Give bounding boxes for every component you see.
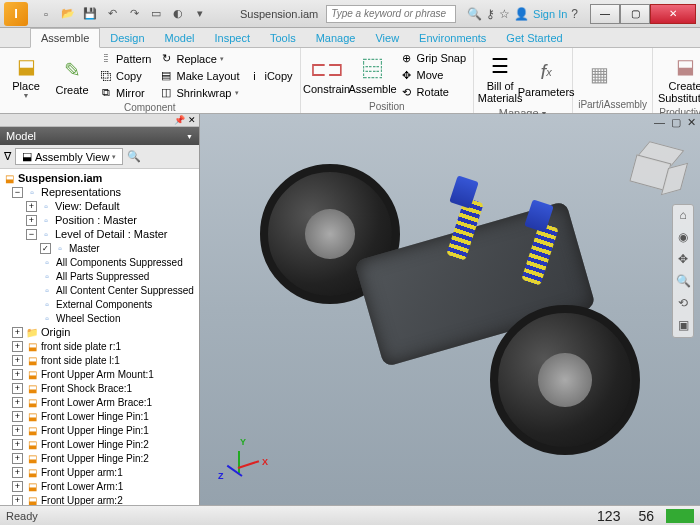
tree-part[interactable]: +⬓front side plate l:1 [0,353,199,367]
tab-inspect[interactable]: Inspect [205,29,260,47]
orbit-icon[interactable]: ⟲ [675,296,691,312]
minimize-button[interactable]: — [590,4,620,24]
help-icon[interactable]: ? [571,7,578,21]
viewport-window-controls[interactable]: —▢✕ [654,116,696,129]
panel-component: ⬓Place▼ ✎Create ⦙⦙Pattern ⿻Copy ⧉Mirror … [0,48,301,113]
constrain-button[interactable]: ⊏⊐Constrain [305,50,349,100]
document-title: Suspension.iam [240,8,318,20]
tree-lod-item[interactable]: ▫Wheel Section [0,311,199,325]
new-icon[interactable]: ▫ [36,4,56,24]
tree-part[interactable]: +⬓Front Upper Arm Mount:1 [0,367,199,381]
tree-lod[interactable]: −▫Level of Detail : Master [0,227,199,241]
binoculars-icon[interactable]: 🔍 [467,7,482,21]
tree-lod-item[interactable]: ▫All Parts Suppressed [0,269,199,283]
home-icon[interactable]: ⌂ [675,208,691,224]
signin-link[interactable]: Sign In [533,8,567,20]
gripsnap-button[interactable]: ⊕Grip Snap [397,50,470,66]
tree-position[interactable]: +▫Position : Master [0,213,199,227]
navigation-bar: ⌂ ◉ ✥ 🔍 ⟲ ▣ [672,204,694,338]
tree-part[interactable]: +⬓Front Lower Arm Brace:1 [0,395,199,409]
tree-lod-item[interactable]: ▫External Components [0,297,199,311]
user-icon[interactable]: 👤 [514,7,529,21]
tab-get-started[interactable]: Get Started [496,29,572,47]
tab-manage[interactable]: Manage [306,29,366,47]
tree-part[interactable]: +⬓Front Lower Hinge Pin:2 [0,437,199,451]
tab-design[interactable]: Design [100,29,154,47]
tree-origin[interactable]: +📁Origin [0,325,199,339]
title-bar: I ▫ 📂 💾 ↶ ↷ ▭ ◐ ▾ Suspension.iam 🔍 ⚷ ☆ 👤… [0,0,700,28]
tree-root[interactable]: ⬓Suspension.iam [0,171,199,185]
tree-part[interactable]: +⬓Front Lower Arm:1 [0,479,199,493]
pattern-button[interactable]: ⦙⦙Pattern [96,51,154,67]
status-number-2: 56 [632,508,660,524]
search-input[interactable] [326,5,456,23]
model-browser: 📌 ✕ Model▼ ∇ ⬓Assembly View▾ 🔍 ⬓Suspensi… [0,114,200,505]
tree-part[interactable]: +⬓front side plate r:1 [0,339,199,353]
coordinate-triad: Y X Z [218,437,268,487]
redo-icon[interactable]: ↷ [124,4,144,24]
createsub-button[interactable]: ⬓Create Substitutes [657,50,700,106]
open-icon[interactable]: 📂 [58,4,78,24]
filter-icon[interactable]: ∇ [4,150,11,163]
tree-representations[interactable]: −▫Representations [0,185,199,199]
parameters-button[interactable]: fxParameters [524,50,568,106]
tree-lod-item[interactable]: ▫All Components Suppressed [0,255,199,269]
tab-assemble[interactable]: Assemble [30,28,100,48]
move-button[interactable]: ✥Move [397,67,470,83]
model-tree: ⬓Suspension.iam −▫Representations +▫View… [0,169,199,505]
panel-manage: ☰Bill of Materials fxParameters Manage ▼ [474,48,573,113]
appearance-icon[interactable]: ◐ [168,4,188,24]
status-bar: Ready 123 56 [0,505,700,525]
panel-productivity: ⬓Create Substitutes Productivity [653,48,700,113]
star-icon[interactable]: ☆ [499,7,510,21]
undo-icon[interactable]: ↶ [102,4,122,24]
select-icon[interactable]: ▭ [146,4,166,24]
assemble-button[interactable]: ⿳Assemble [351,50,395,100]
assembly-view-toggle[interactable]: ⬓Assembly View▾ [15,148,123,165]
quick-access-toolbar: ▫ 📂 💾 ↶ ↷ ▭ ◐ ▾ [36,4,210,24]
mirror-button[interactable]: ⧉Mirror [96,85,154,101]
tree-part[interactable]: +⬓Front Upper Hinge Pin:1 [0,423,199,437]
tab-view[interactable]: View [365,29,409,47]
wheel-icon[interactable]: ◉ [675,230,691,246]
ipart-button[interactable]: ▦ [577,50,621,98]
tree-lod-item[interactable]: ✓▫Master [0,241,199,255]
place-button[interactable]: ⬓Place▼ [4,50,48,101]
tab-environments[interactable]: Environments [409,29,496,47]
tree-lod-item[interactable]: ▫All Content Center Suppressed [0,283,199,297]
app-icon[interactable]: I [4,2,28,26]
zoom-icon[interactable]: 🔍 [675,274,691,290]
tree-view[interactable]: +▫View: Default [0,199,199,213]
pan-icon[interactable]: ✥ [675,252,691,268]
rotate-button[interactable]: ⟲Rotate [397,84,470,100]
browser-pin-icon[interactable]: 📌 ✕ [174,115,196,125]
save-icon[interactable]: 💾 [80,4,100,24]
viewport-3d[interactable]: —▢✕ ⌂ ◉ ✥ 🔍 ⟲ ▣ Y X Z [200,114,700,505]
icopy-button[interactable]: iiCopy [244,68,295,84]
tree-part[interactable]: +⬓Front Upper arm:2 [0,493,199,505]
binoculars-icon[interactable]: 🔍 [127,150,141,163]
tab-tools[interactable]: Tools [260,29,306,47]
bom-button[interactable]: ☰Bill of Materials [478,50,522,106]
panel-ipart: ▦ iPart/iAssembly [573,48,653,113]
shrinkwrap-button[interactable]: ◫Shrinkwrap ▾ [156,85,242,101]
maximize-button[interactable]: ▢ [620,4,650,24]
makelayout-button[interactable]: ▤Make Layout [156,68,242,84]
replace-button[interactable]: ↻Replace ▾ [156,51,242,67]
browser-header[interactable]: Model▼ [0,127,199,145]
copy-button[interactable]: ⿻Copy [96,68,154,84]
lookat-icon[interactable]: ▣ [675,318,691,334]
status-number-1: 123 [591,508,626,524]
ribbon-tabs: AssembleDesignModelInspectToolsManageVie… [0,28,700,48]
tree-part[interactable]: +⬓Front Shock Brace:1 [0,381,199,395]
key-icon[interactable]: ⚷ [486,7,495,21]
close-button[interactable]: ✕ [650,4,696,24]
tree-part[interactable]: +⬓Front Upper Hinge Pin:2 [0,451,199,465]
dropdown-icon[interactable]: ▾ [190,4,210,24]
ribbon: ⬓Place▼ ✎Create ⦙⦙Pattern ⿻Copy ⧉Mirror … [0,48,700,114]
tab-model[interactable]: Model [155,29,205,47]
panel-label: Component [4,101,296,114]
tree-part[interactable]: +⬓Front Lower Hinge Pin:1 [0,409,199,423]
tree-part[interactable]: +⬓Front Upper arm:1 [0,465,199,479]
create-button[interactable]: ✎Create [50,50,94,101]
